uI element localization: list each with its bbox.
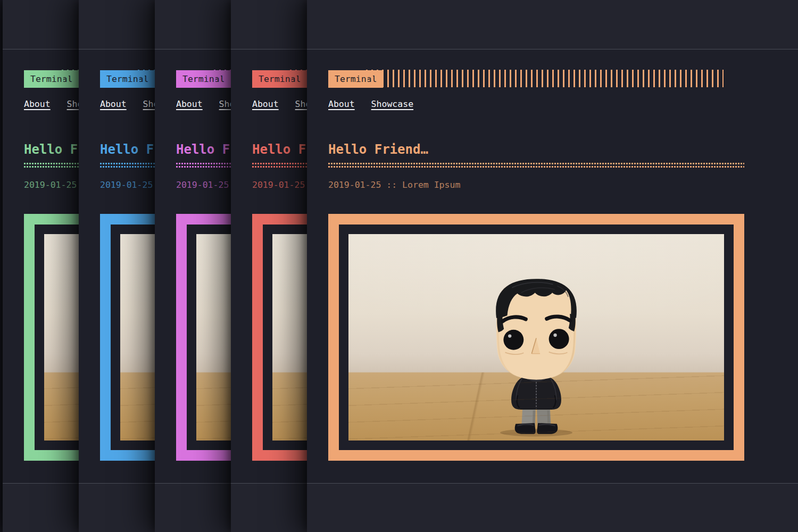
nav-link-about[interactable]: About bbox=[176, 99, 203, 109]
logo-stripes-decoration-icon bbox=[366, 70, 724, 87]
figure-jacket bbox=[511, 375, 561, 410]
post-meta: 2019-01-25 :: Lorem Ipsum bbox=[328, 180, 460, 190]
page-container: Terminal About Showcase Hello Friend… 20… bbox=[307, 49, 798, 484]
main-nav: About Showcase bbox=[328, 99, 425, 109]
nav-link-about[interactable]: About bbox=[328, 99, 355, 109]
nav-link-about[interactable]: About bbox=[100, 99, 127, 109]
nav-link-showcase[interactable]: Showcase bbox=[371, 99, 413, 109]
nav-link-about[interactable]: About bbox=[24, 99, 51, 109]
figure-pants bbox=[521, 403, 551, 426]
terminal-theme-card-orange: Terminal About Showcase Hello Friend… 20… bbox=[307, 0, 798, 532]
funko-figure-illustration bbox=[486, 269, 587, 437]
post-title: Hello Friend… bbox=[328, 142, 428, 157]
nav-link-about[interactable]: About bbox=[252, 99, 279, 109]
post-image-frame bbox=[328, 214, 744, 461]
post-photo bbox=[348, 234, 724, 440]
figure-floor-shadow bbox=[500, 429, 572, 436]
theme-showcase-stage: Terminal About Showcase Hello Friend… 20… bbox=[0, 0, 798, 532]
dotted-divider bbox=[328, 163, 744, 168]
figure-shoes bbox=[515, 423, 558, 434]
